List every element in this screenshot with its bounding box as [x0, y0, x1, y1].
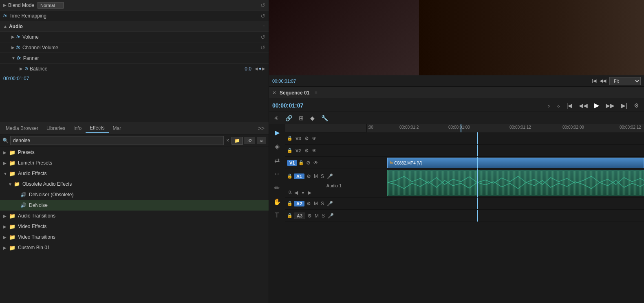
volume-row: ▶ fx Volume ↺	[0, 32, 269, 42]
tool-ripple[interactable]: ⇄	[271, 154, 284, 167]
a2-mic-icon[interactable]: 🎤	[326, 200, 334, 207]
timeline-link-btn[interactable]: 🔗	[284, 114, 294, 122]
track-v2-controls: 🔒 V2 ⚙ 👁	[285, 145, 383, 157]
a1-mute-btn[interactable]: M	[313, 173, 319, 180]
a1-solo-btn[interactable]: S	[320, 173, 325, 180]
v3-settings-icon[interactable]: ⚙	[304, 135, 310, 142]
tree-item-audio-effects[interactable]: ▼ 📁 Audio Effects	[0, 168, 269, 179]
balance-next-arrow[interactable]: ▶	[262, 66, 265, 71]
tree-item-lumetri[interactable]: ▶ 📁 Lumetri Presets	[0, 158, 269, 168]
blend-mode-select[interactable]: Normal	[37, 2, 64, 9]
a1-settings-icon[interactable]: ⚙	[306, 173, 312, 180]
v2-eye-icon[interactable]: 👁	[311, 147, 318, 154]
channel-vol-reset-icon[interactable]: ↺	[260, 44, 265, 51]
audio-effects-label: Audio Effects	[18, 171, 47, 176]
tree-item-denoiser-obsolete[interactable]: ▶ 🔊 DeNoiser (Obsolete)	[0, 189, 269, 200]
v1-name-btn[interactable]: V1	[287, 160, 297, 166]
blend-reset-icon[interactable]: ↺	[260, 2, 265, 9]
blend-mode-label: Blend Mode	[8, 2, 34, 8]
ruler-tick-4: 00:00:02:00	[562, 125, 584, 130]
tool-type[interactable]: T	[271, 209, 284, 222]
a2-solo-btn[interactable]: S	[320, 200, 325, 207]
a3-mic-icon[interactable]: 🎤	[327, 213, 335, 219]
v3-playhead	[477, 132, 478, 144]
a1-clip-row	[383, 169, 644, 198]
a3-solo-btn[interactable]: S	[321, 213, 326, 219]
a3-settings-icon[interactable]: ⚙	[307, 213, 313, 219]
search-btn-omega[interactable]: ω	[257, 137, 266, 144]
balance-add-keyframe[interactable]: ◆	[259, 67, 261, 70]
timeline-wrench-btn[interactable]: 🔧	[320, 114, 330, 122]
custom-bin-label: Custom Bin 01	[18, 245, 50, 250]
tab-media-browser[interactable]: Media Browser	[2, 124, 42, 133]
a1-mic-icon[interactable]: 🎤	[326, 173, 334, 180]
tree-item-presets[interactable]: ▶ 📁 Presets	[0, 147, 269, 158]
middle-toolbar: ▶ ◈ ⇄ ↔ ✏ ✋ T	[269, 124, 285, 303]
audio-reset-icon[interactable]: ↑	[262, 23, 265, 30]
custom-bin-folder-icon: 📁	[9, 245, 15, 251]
tab-libraries[interactable]: Libraries	[42, 124, 69, 133]
denoise-label: DeNoise	[29, 202, 48, 208]
a3-name-btn[interactable]: A3	[294, 213, 305, 219]
tab-more-button[interactable]: >>	[256, 125, 267, 132]
a3-mute-btn[interactable]: M	[314, 213, 320, 219]
timeline-snap-btn[interactable]: ⊞	[297, 114, 305, 122]
tool-pen[interactable]: ✏	[271, 181, 284, 194]
play-btn-settings[interactable]: ⚙	[632, 101, 641, 110]
a1-vol-right-btn[interactable]: ▶	[307, 189, 312, 196]
tree-item-audio-trans[interactable]: ▶ 📁 Audio Transitions	[0, 211, 269, 221]
tree-item-obsolete[interactable]: ▼ 📁 Obsolete Audio Effects	[0, 179, 269, 189]
tree-item-video-effects[interactable]: ▶ 📁 Video Effects	[0, 221, 269, 232]
time-remap-reset-icon[interactable]: ↺	[260, 13, 265, 19]
tree-item-custom-bin[interactable]: ▶ 📁 Custom Bin 01	[0, 242, 269, 253]
channel-volume-label: Channel Volume	[22, 45, 58, 50]
tree-item-denoise[interactable]: ▶ 🔊 DeNoise	[0, 200, 269, 211]
sequence-close-button[interactable]: ✕	[272, 90, 276, 96]
a2-settings-icon[interactable]: ⚙	[306, 200, 312, 207]
tab-markers[interactable]: Mar	[109, 124, 126, 133]
v1-eye-icon[interactable]: 👁	[313, 160, 319, 166]
play-btn-ff[interactable]: ▶▶	[604, 101, 616, 110]
effects-browser-panel: Media Browser Libraries Info Effects Mar…	[0, 122, 269, 303]
fit-dropdown[interactable]: Fit 25% 50% 100%	[609, 77, 641, 85]
tab-effects[interactable]: Effects	[86, 123, 108, 133]
tool-track-select[interactable]: ◈	[271, 140, 284, 153]
search-input[interactable]	[10, 136, 224, 145]
denoiser-obs-icon: 🔊	[20, 192, 26, 198]
v3-clip-row	[383, 132, 644, 145]
sequence-menu-icon[interactable]: ≡	[314, 90, 317, 96]
v1-settings-icon[interactable]: ⚙	[305, 160, 311, 166]
v2-playhead	[477, 145, 478, 156]
search-clear-button[interactable]: ×	[225, 138, 230, 143]
tree-item-video-trans[interactable]: ▶ 📁 Video Transitions	[0, 232, 269, 242]
timeline-add-track[interactable]: ✳	[272, 114, 280, 122]
a1-audio-clip[interactable]	[387, 170, 644, 196]
tool-hand[interactable]: ✋	[271, 195, 284, 208]
play-btn-go-start[interactable]: |◀	[565, 101, 574, 110]
ruler-tick-1: 00:00:01:2	[399, 125, 419, 130]
a2-mute-btn[interactable]: M	[313, 200, 319, 207]
a1-name-btn[interactable]: A1	[294, 173, 304, 179]
a1-vol-left-btn[interactable]: ◀	[293, 189, 299, 196]
v1-video-clip[interactable]: fx C0882.MP4 [V]	[387, 158, 644, 168]
new-bin-button[interactable]: 📁	[232, 137, 243, 145]
tool-rolling[interactable]: ↔	[271, 167, 284, 180]
audio-section-header: ▲ Audio ↑	[0, 21, 269, 32]
play-btn-play[interactable]: ▶	[593, 101, 601, 110]
audio-section-label: Audio	[9, 24, 23, 29]
v2-settings-icon[interactable]: ⚙	[304, 147, 310, 154]
v3-eye-icon[interactable]: 👁	[311, 135, 318, 142]
a2-name-btn[interactable]: A2	[294, 201, 304, 206]
play-btn-go-end[interactable]: ▶|	[620, 101, 629, 110]
balance-prev-arrow[interactable]: ◀	[255, 66, 258, 71]
tab-info[interactable]: Info	[69, 124, 86, 133]
play-btn-rewind[interactable]: ◀◀	[577, 101, 589, 110]
search-btn-32[interactable]: 32	[245, 137, 255, 144]
volume-reset-icon[interactable]: ↺	[260, 34, 265, 40]
ruler-tick-3: 00:00:01:12	[509, 125, 531, 130]
play-btn-mark-in[interactable]: ⬨	[545, 101, 552, 110]
tool-selection[interactable]: ▶	[271, 126, 284, 139]
panner-chevron: ▼	[11, 56, 15, 60]
timeline-marker-btn[interactable]: ◆	[309, 114, 316, 122]
play-btn-mark-out[interactable]: ⬦	[555, 101, 562, 110]
